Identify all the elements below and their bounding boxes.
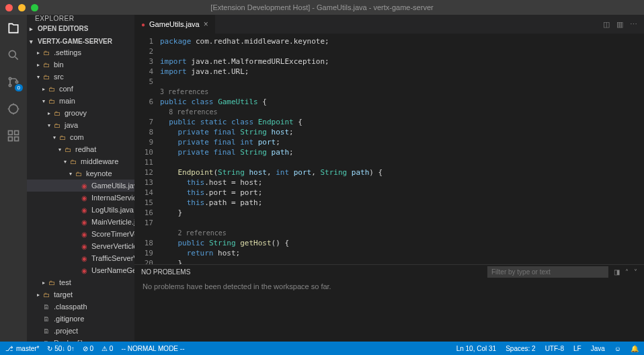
tree-item-label: .classpath (54, 303, 87, 311)
tree-item[interactable]: 🗎Dockerfile (27, 337, 134, 342)
window-title: [Extension Development Host] - GameUtils… (210, 3, 433, 11)
tree-item[interactable]: ▾🗀redhat (27, 143, 134, 155)
chevron-icon: ▸ (35, 50, 42, 56)
tree-item[interactable]: ▸🗀conf (27, 83, 134, 95)
tree-item[interactable]: ▾🗀java (27, 119, 134, 131)
editor[interactable]: 1234567891011121314151617181920212223242… (134, 34, 644, 264)
language-mode[interactable]: Java (591, 345, 605, 352)
problems-panel: NO PROBLEMS ◨ ˄ ˅ No problems have been … (134, 264, 644, 342)
svg-rect-7 (9, 137, 13, 141)
feedback-icon[interactable]: ☺ (614, 345, 621, 352)
tree-item[interactable]: 🗎.project (27, 325, 134, 337)
code-content[interactable]: package com.redhat.middleware.keynote;im… (160, 34, 644, 264)
svg-point-1 (9, 77, 11, 79)
tree-item[interactable]: ◉ScoreTimerVerticl… (27, 228, 134, 240)
chevron-up-icon[interactable]: ˄ (625, 268, 629, 276)
chevron-icon: ▸ (40, 86, 47, 92)
folder-icon: 🗀 (63, 146, 73, 153)
tree-item-label: MainVerticle.java (91, 218, 134, 226)
tree-item-label: conf (59, 85, 73, 93)
tree-item[interactable]: ▾🗀com (27, 131, 134, 143)
folder-icon: 🗀 (58, 134, 67, 141)
folder-icon: 🗀 (47, 85, 56, 93)
encoding[interactable]: UTF-8 (545, 345, 564, 352)
project-header[interactable]: ▾ VERTX-GAME-SERVER (27, 36, 134, 46)
eol[interactable]: LF (573, 345, 581, 352)
tab-gameutils[interactable]: ● GameUtils.java × (134, 15, 215, 34)
close-window[interactable] (5, 4, 13, 11)
explorer-icon[interactable] (5, 20, 22, 36)
tree-item[interactable]: ▸🗀bin (27, 58, 134, 71)
chevron-down-icon[interactable]: ˅ (634, 268, 637, 276)
minimize-window[interactable] (18, 4, 26, 11)
tree-item[interactable]: ◉GameUtils.java (27, 180, 134, 192)
tree-item-label: main (59, 97, 75, 105)
collapse-icon[interactable]: ◨ (614, 268, 620, 276)
close-icon[interactable]: × (204, 19, 208, 29)
chevron-icon: ▾ (40, 98, 47, 104)
vim-mode: -- NORMAL MODE -- (121, 345, 184, 352)
extensions-icon[interactable] (5, 128, 22, 144)
cursor-position[interactable]: Ln 10, Col 31 (456, 345, 497, 352)
open-editors-header[interactable]: ▸ OPEN EDITORS (27, 24, 134, 34)
tree-item[interactable]: ▸🗀test (27, 276, 134, 288)
svg-rect-6 (15, 131, 19, 135)
tree-item[interactable]: 🗎.classpath (27, 301, 134, 313)
search-icon[interactable] (5, 47, 22, 63)
panel-title: NO PROBLEMS (141, 268, 190, 276)
indent-setting[interactable]: Spaces: 2 (506, 345, 535, 352)
chevron-icon: ▸ (40, 280, 47, 286)
tree-item-label: redhat (75, 145, 96, 153)
chevron-icon: ▾ (46, 122, 52, 128)
tree-item-label: com (70, 133, 84, 141)
problems-filter-input[interactable] (487, 266, 608, 278)
debug-icon[interactable] (5, 101, 22, 117)
tree-item-label: java (65, 121, 78, 129)
layout-icon[interactable]: ▥ (616, 20, 623, 29)
tree-item[interactable]: ▾🗀main (27, 95, 134, 107)
notifications-icon[interactable]: 🔔 (631, 345, 639, 352)
more-icon[interactable]: ⋯ (630, 20, 637, 29)
tree-item[interactable]: ◉InternalServiceVert… (27, 192, 134, 204)
errors-count[interactable]: ⊘ 0 (83, 345, 93, 352)
chevron-right-icon: ▸ (30, 26, 38, 32)
editor-actions: ◫ ▥ ⋯ (603, 20, 644, 29)
maximize-window[interactable] (31, 4, 38, 11)
tree-item[interactable]: ▸🗀.settings (27, 46, 134, 58)
tree-item[interactable]: 🗎.gitignore (27, 313, 134, 325)
git-branch[interactable]: ⎇ master* (5, 345, 39, 352)
sidebar: EXPLORER ▸ OPEN EDITORS ▾ VERTX-GAME-SER… (27, 15, 134, 342)
titlebar: [Extension Development Host] - GameUtils… (0, 0, 644, 15)
tree-item[interactable]: ◉LogUtils.java (27, 204, 134, 216)
tree-item[interactable]: ▾🗀src (27, 71, 134, 83)
editor-tabs: ● GameUtils.java × ◫ ▥ ⋯ (134, 15, 644, 34)
tree-item-label: keynote (86, 169, 112, 178)
java-file-icon: ● (141, 21, 145, 28)
statusbar: ⎇ master* ↻ 50↓ 0↑ ⊘ 0 ⚠ 0 -- NORMAL MOD… (0, 342, 644, 355)
warnings-count[interactable]: ⚠ 0 (102, 345, 113, 352)
tree-item[interactable]: ▾🗀keynote (27, 167, 134, 180)
svg-point-2 (9, 84, 11, 86)
chevron-icon: ▸ (35, 62, 42, 68)
tab-label: GameUtils.java (149, 20, 200, 28)
tree-item[interactable]: ▾🗀middleware (27, 155, 134, 167)
tree-item-label: src (54, 73, 64, 81)
folder-icon: 🗀 (42, 73, 51, 81)
problems-message: No problems have been detected in the wo… (134, 278, 644, 294)
git-sync[interactable]: ↻ 50↓ 0↑ (47, 345, 74, 352)
tree-item-label: ScoreTimerVerticl… (91, 230, 134, 238)
tree-item[interactable]: ◉UserNameGenerat… (27, 264, 134, 276)
tree-item[interactable]: ◉ServerVerticle.java (27, 240, 134, 252)
tree-item[interactable]: ▸🗀target (27, 288, 134, 301)
split-editor-icon[interactable]: ◫ (603, 20, 610, 29)
tree-item[interactable]: ▸🗀groovy (27, 107, 134, 119)
svg-point-0 (9, 50, 15, 57)
tree-item[interactable]: ◉TrafficServerVerti… (27, 252, 134, 264)
source-control-icon[interactable]: 0 (5, 74, 22, 90)
file-icon: 🗎 (42, 303, 51, 311)
folder-icon: 🗀 (47, 279, 56, 286)
tree-item-label: .project (54, 327, 78, 335)
tree-item[interactable]: ◉MainVerticle.java (27, 216, 134, 228)
tree-item-label: InternalServiceVert… (91, 194, 134, 202)
java-icon: ◉ (79, 255, 89, 262)
